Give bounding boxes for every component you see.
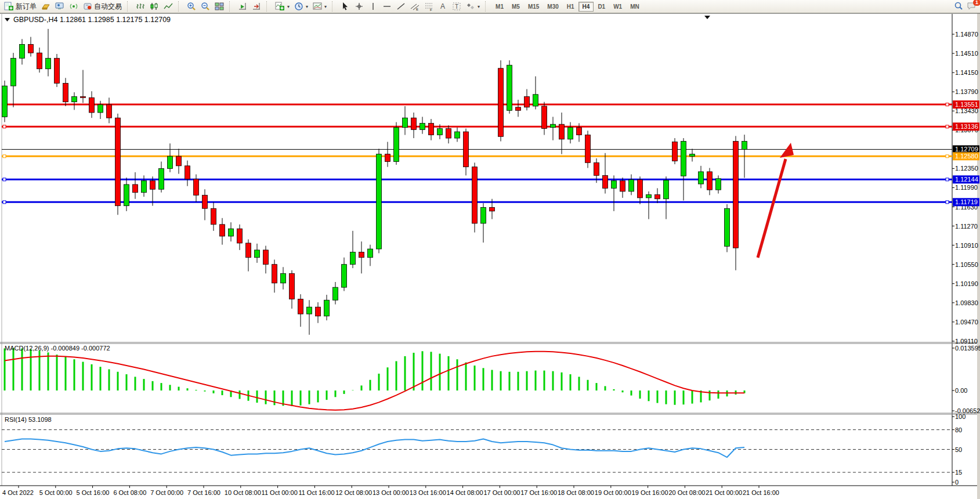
hline-button[interactable]: [380, 0, 394, 13]
price-axis-tick: 1.11270: [955, 223, 978, 230]
autotrade-button[interactable]: 自动交易: [81, 0, 124, 13]
bar-chart-button[interactable]: [133, 0, 147, 13]
chevron-down-icon[interactable]: ▾: [324, 4, 327, 9]
vline-button[interactable]: [366, 0, 380, 13]
timeframe-m5-button[interactable]: M5: [508, 2, 524, 12]
toolbar-separator: [178, 1, 182, 12]
chart-shift-button[interactable]: [249, 0, 263, 13]
rsi-axis-tick: 0: [955, 479, 959, 486]
timeframe-m15-button[interactable]: M15: [524, 2, 543, 12]
price-axis-tick: 1.10190: [955, 280, 978, 287]
toolbar-separator: [266, 1, 270, 12]
signals-button[interactable]: [67, 0, 81, 13]
toolbar-right: 1: [954, 0, 977, 13]
chat-icon[interactable]: 1: [967, 1, 977, 12]
price-axis-tick: 1.10910: [955, 242, 978, 249]
timeframe-mn-button[interactable]: MN: [626, 2, 643, 12]
chevron-down-icon[interactable]: ▾: [478, 4, 480, 9]
candle: [55, 54, 60, 87]
new-order-icon: [4, 2, 14, 11]
date-axis-label: 17 Oct 00:00: [483, 489, 520, 496]
date-axis-label: 19 Oct 00:00: [595, 489, 631, 496]
auto-scroll-button[interactable]: [236, 0, 249, 13]
metaeditor-button[interactable]: [39, 0, 53, 13]
price-axis-tick: 1.13790: [955, 88, 978, 95]
channel-button[interactable]: E: [408, 0, 422, 13]
candle: [377, 149, 382, 253]
svg-text:1.11719: 1.11719: [955, 198, 978, 205]
line-chart-button[interactable]: [161, 0, 175, 13]
zoom-out-button[interactable]: [198, 0, 212, 13]
toolbar-separator: [229, 1, 233, 12]
text-icon: A: [438, 2, 447, 11]
timeframe-h1-button[interactable]: H1: [563, 2, 578, 12]
date-axis-label: 14 Oct 08:00: [447, 489, 483, 496]
macd-label: MACD(12,26,9) -0.000849 -0.000772: [5, 345, 110, 352]
toolbar-separator: [127, 1, 131, 12]
candle: [725, 204, 730, 252]
shapes-icon: [466, 2, 475, 11]
price-axis-tick: 1.09830: [955, 299, 978, 306]
svg-text:F: F: [430, 8, 432, 12]
timeframe-m1-button[interactable]: M1: [491, 2, 508, 12]
timeframe-m30-button[interactable]: M30: [543, 2, 562, 12]
macd-axis-tick: 0.013595: [955, 345, 980, 352]
clock-icon: [294, 2, 303, 11]
shapes-button[interactable]: ▾: [464, 0, 482, 13]
fibonacci-button[interactable]: F: [422, 0, 436, 13]
tile-windows-button[interactable]: [212, 0, 226, 13]
zoom-in-button[interactable]: [185, 0, 198, 13]
price-axis-tick: 1.14510: [955, 50, 978, 57]
indicators-icon: [275, 2, 285, 11]
candle: [2, 81, 8, 122]
toolbar-group: EFAT▾: [337, 0, 484, 13]
chartshift-icon: [252, 2, 261, 11]
cursor-icon: [341, 2, 350, 11]
gold-box-icon: [41, 2, 50, 11]
svg-text:1.12144: 1.12144: [955, 176, 978, 183]
timeframe-w1-button[interactable]: W1: [609, 2, 626, 12]
toolbar-group: [234, 0, 265, 13]
date-axis-label: 18 Oct 08:00: [558, 489, 594, 496]
date-axis-label: 6 Oct 08:00: [113, 489, 146, 496]
price-axis-tick: 1.09470: [955, 319, 978, 326]
candle-chart-button[interactable]: [147, 0, 161, 13]
notification-badge: 1: [973, 0, 980, 6]
date-axis-label: 5 Oct 16:00: [77, 489, 110, 496]
date-axis-label: 4 Oct 2022: [2, 489, 34, 496]
price-axis-tick: 1.14150: [955, 69, 978, 76]
price-tag-1.12144: 1.12144: [953, 175, 979, 183]
chevron-down-icon[interactable]: ▾: [306, 4, 308, 9]
cursor-button[interactable]: [338, 0, 352, 13]
price-tag-1.11719: 1.11719: [953, 198, 979, 206]
rsi-label: RSI(14) 53.1098: [5, 416, 52, 423]
crosshair-button[interactable]: [352, 0, 366, 13]
periods-button[interactable]: ▾: [292, 0, 310, 13]
toolbar-group: [183, 0, 228, 13]
date-axis-label: 21 Oct 16:00: [743, 489, 779, 496]
text-label-button[interactable]: T: [450, 0, 464, 13]
bars-icon: [136, 2, 145, 11]
indicators-button[interactable]: ▾: [273, 0, 292, 13]
price-tag-1.13551: 1.13551: [953, 100, 979, 109]
trendline-button[interactable]: [394, 0, 408, 13]
template-icon: [313, 2, 322, 11]
navigator-button[interactable]: [53, 0, 67, 13]
toolbar-group: 新订单自动交易: [0, 0, 126, 13]
signal-icon: [69, 2, 78, 11]
price-axis-tick: 1.10550: [955, 261, 978, 268]
price-axis-tick: 1.14870: [955, 31, 978, 38]
new-order-button[interactable]: 新订单: [2, 0, 39, 13]
search-icon[interactable]: [954, 1, 963, 12]
toolbar-group: [132, 0, 177, 13]
chevron-down-icon[interactable]: ▾: [287, 4, 290, 9]
svg-text:E: E: [416, 8, 418, 11]
candle: [507, 60, 512, 114]
price-axis-tick: 1.09110: [955, 338, 978, 345]
channel-icon: E: [410, 2, 420, 11]
timeframe-d1-button[interactable]: D1: [594, 2, 609, 12]
text-button[interactable]: A: [436, 0, 450, 13]
date-axis-label: 7 Oct 00:00: [150, 489, 183, 496]
timeframe-h4-button[interactable]: H4: [578, 2, 594, 12]
templates-button[interactable]: ▾: [310, 0, 329, 13]
